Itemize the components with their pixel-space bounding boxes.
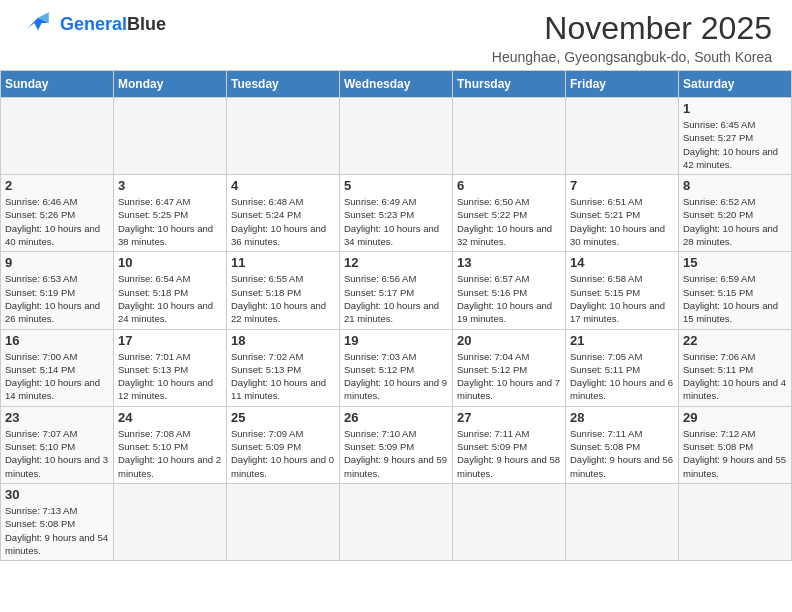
empty-cell [227,483,340,560]
empty-cell [114,98,227,175]
empty-cell [566,483,679,560]
calendar-row-3: 9 Sunrise: 6:53 AMSunset: 5:19 PMDayligh… [1,252,792,329]
day-1: 1 Sunrise: 6:45 AMSunset: 5:27 PMDayligh… [679,98,792,175]
logo-blue: Blue [127,14,166,34]
header-thursday: Thursday [453,71,566,98]
day-30: 30 Sunrise: 7:13 AMSunset: 5:08 PMDaylig… [1,483,114,560]
day-20: 20 Sunrise: 7:04 AMSunset: 5:12 PMDaylig… [453,329,566,406]
logo: GeneralBlue [20,10,166,38]
day-21: 21 Sunrise: 7:05 AMSunset: 5:11 PMDaylig… [566,329,679,406]
empty-cell [679,483,792,560]
calendar-row-6: 30 Sunrise: 7:13 AMSunset: 5:08 PMDaylig… [1,483,792,560]
day-5: 5 Sunrise: 6:49 AMSunset: 5:23 PMDayligh… [340,175,453,252]
header-friday: Friday [566,71,679,98]
day-2: 2 Sunrise: 6:46 AMSunset: 5:26 PMDayligh… [1,175,114,252]
header-sunday: Sunday [1,71,114,98]
day-22: 22 Sunrise: 7:06 AMSunset: 5:11 PMDaylig… [679,329,792,406]
empty-cell [1,98,114,175]
empty-cell [114,483,227,560]
weekday-header-row: Sunday Monday Tuesday Wednesday Thursday… [1,71,792,98]
day-15: 15 Sunrise: 6:59 AMSunset: 5:15 PMDaylig… [679,252,792,329]
day-8: 8 Sunrise: 6:52 AMSunset: 5:20 PMDayligh… [679,175,792,252]
logo-text: GeneralBlue [60,14,166,35]
calendar-row-1: 1 Sunrise: 6:45 AMSunset: 5:27 PMDayligh… [1,98,792,175]
calendar-row-2: 2 Sunrise: 6:46 AMSunset: 5:26 PMDayligh… [1,175,792,252]
day-17: 17 Sunrise: 7:01 AMSunset: 5:13 PMDaylig… [114,329,227,406]
day-4: 4 Sunrise: 6:48 AMSunset: 5:24 PMDayligh… [227,175,340,252]
header-tuesday: Tuesday [227,71,340,98]
day-7: 7 Sunrise: 6:51 AMSunset: 5:21 PMDayligh… [566,175,679,252]
day-27: 27 Sunrise: 7:11 AMSunset: 5:09 PMDaylig… [453,406,566,483]
day-24: 24 Sunrise: 7:08 AMSunset: 5:10 PMDaylig… [114,406,227,483]
empty-cell [340,98,453,175]
day-25: 25 Sunrise: 7:09 AMSunset: 5:09 PMDaylig… [227,406,340,483]
empty-cell [227,98,340,175]
header-wednesday: Wednesday [340,71,453,98]
day-9: 9 Sunrise: 6:53 AMSunset: 5:19 PMDayligh… [1,252,114,329]
month-title: November 2025 [492,10,772,47]
day-13: 13 Sunrise: 6:57 AMSunset: 5:16 PMDaylig… [453,252,566,329]
day-18: 18 Sunrise: 7:02 AMSunset: 5:13 PMDaylig… [227,329,340,406]
day-26: 26 Sunrise: 7:10 AMSunset: 5:09 PMDaylig… [340,406,453,483]
header-monday: Monday [114,71,227,98]
calendar-row-4: 16 Sunrise: 7:00 AMSunset: 5:14 PMDaylig… [1,329,792,406]
empty-cell [340,483,453,560]
day-14: 14 Sunrise: 6:58 AMSunset: 5:15 PMDaylig… [566,252,679,329]
day-19: 19 Sunrise: 7:03 AMSunset: 5:12 PMDaylig… [340,329,453,406]
day-10: 10 Sunrise: 6:54 AMSunset: 5:18 PMDaylig… [114,252,227,329]
location: Heunghae, Gyeongsangbuk-do, South Korea [492,49,772,65]
calendar-table: Sunday Monday Tuesday Wednesday Thursday… [0,70,792,561]
day-23: 23 Sunrise: 7:07 AMSunset: 5:10 PMDaylig… [1,406,114,483]
empty-cell [453,483,566,560]
day-11: 11 Sunrise: 6:55 AMSunset: 5:18 PMDaylig… [227,252,340,329]
day-3: 3 Sunrise: 6:47 AMSunset: 5:25 PMDayligh… [114,175,227,252]
calendar-row-5: 23 Sunrise: 7:07 AMSunset: 5:10 PMDaylig… [1,406,792,483]
day-28: 28 Sunrise: 7:11 AMSunset: 5:08 PMDaylig… [566,406,679,483]
day-6: 6 Sunrise: 6:50 AMSunset: 5:22 PMDayligh… [453,175,566,252]
day-29: 29 Sunrise: 7:12 AMSunset: 5:08 PMDaylig… [679,406,792,483]
empty-cell [453,98,566,175]
day-16: 16 Sunrise: 7:00 AMSunset: 5:14 PMDaylig… [1,329,114,406]
day-12: 12 Sunrise: 6:56 AMSunset: 5:17 PMDaylig… [340,252,453,329]
header-saturday: Saturday [679,71,792,98]
empty-cell [566,98,679,175]
logo-icon [20,10,56,38]
logo-general: General [60,14,127,34]
page-header: GeneralBlue November 2025 Heunghae, Gyeo… [0,0,792,70]
title-block: November 2025 Heunghae, Gyeongsangbuk-do… [492,10,772,65]
